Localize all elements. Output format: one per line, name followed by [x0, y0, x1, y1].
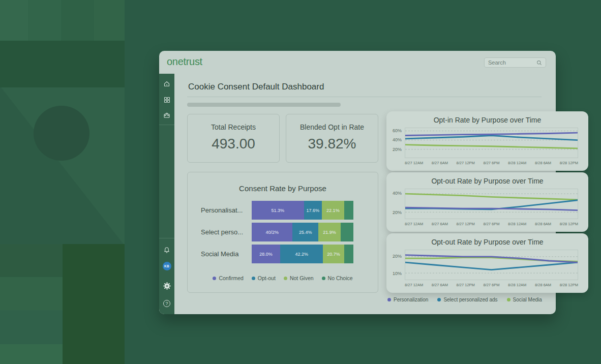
plot-area: 60%40%20%: [405, 128, 578, 158]
y-tick-label: 20%: [393, 210, 402, 215]
x-axis-labels: 8/27 12AM8/27 6AM8/27 12PM8/27 6PM8/28 1…: [405, 222, 578, 226]
chart-title: Opt-out Rate by Purpose over Time: [386, 177, 588, 185]
bell-icon: [163, 247, 170, 254]
bar-segment: 42.2%: [280, 245, 323, 263]
background-shape: [0, 344, 63, 364]
background-shape: [0, 41, 125, 87]
legend-dot: [322, 277, 325, 280]
plot-area: 20%10%: [405, 250, 578, 280]
opt-out-rate-chart-card-2: Opt-out Rate by Purpose over Time 20%10%…: [386, 233, 588, 293]
consent-row: Social Media28.0%42.2%20.7%: [201, 245, 353, 263]
line-chart-plot: [405, 189, 578, 219]
x-tick-label: 8/28 6AM: [535, 222, 551, 226]
legend-item: Social Media: [507, 297, 542, 302]
y-tick-label: 10%: [393, 271, 402, 276]
sidebar-item-apps[interactable]: [159, 93, 174, 107]
consent-row: Personalisat...51.3%17.6%22.1%: [201, 201, 353, 220]
bar-segment: 51.3%: [252, 201, 304, 220]
legend-dot: [284, 277, 287, 280]
onetrust-logo[interactable]: onetrust: [167, 56, 202, 68]
background-shape: [0, 244, 63, 277]
bar-segment: 20.7%: [323, 245, 344, 263]
gear-icon: [163, 282, 171, 290]
y-axis-ticks: 20%10%: [387, 250, 403, 280]
x-tick-label: 8/28 12PM: [560, 161, 578, 165]
x-tick-label: 8/27 12PM: [457, 222, 475, 226]
x-tick-label: 8/27 12AM: [405, 283, 423, 287]
help-icon: ?: [163, 300, 170, 307]
category-label: Personalisat...: [201, 206, 252, 214]
x-tick-label: 8/27 12AM: [405, 161, 423, 165]
bar-segment: [344, 201, 353, 220]
sidebar-item-avatar[interactable]: KB: [159, 259, 174, 273]
consent-legend: ConfirmedOpt-outNot GivenNo Choice: [188, 275, 378, 281]
background-shape: [61, 0, 94, 41]
stacked-bar: 51.3%17.6%22.1%: [252, 201, 353, 220]
bar-segment: [341, 223, 353, 241]
legend-dot: [213, 277, 216, 280]
bar-segment: 28.0%: [252, 245, 280, 263]
legend-item: Not Given: [284, 275, 314, 281]
sidebar-item-settings[interactable]: [159, 279, 174, 293]
consent-rate-chart-card: Consent Rate by Purpose Personalisat...5…: [187, 172, 378, 293]
series-line-social-media: [405, 194, 578, 200]
consent-row: Select perso...40/2%25.4%21.9%: [201, 223, 353, 241]
chart-title: Consent Rate by Purpose: [188, 184, 378, 193]
chart-title: Opt-out Rate by Purpose over Time: [386, 238, 588, 246]
series-line-social-media: [405, 145, 578, 148]
legend-item: Select personalized ads: [437, 297, 497, 302]
x-tick-label: 8/27 12AM: [405, 222, 423, 226]
series-line-personalization: [405, 133, 578, 135]
legend-dot: [437, 298, 441, 301]
x-tick-label: 8/28 12PM: [560, 283, 578, 287]
y-tick-label: 20%: [393, 147, 402, 152]
series-line-select-personalized-ads: [405, 136, 578, 140]
line-chart-canvas: [405, 250, 578, 280]
bar-segment: 17.6%: [304, 201, 322, 220]
chart-title: Opt-in Rate by Purpose over Time: [386, 116, 588, 124]
search-icon: [536, 60, 542, 66]
line-chart-plot: [405, 250, 578, 280]
legend-label: No Choice: [328, 275, 353, 281]
line-chart-plot: [405, 128, 578, 158]
bar-segment: 21.9%: [318, 223, 341, 241]
sidebar-item-notifications[interactable]: [159, 243, 174, 257]
title-divider: [187, 97, 542, 97]
line-chart-canvas: [405, 128, 578, 158]
sidebar-item-home[interactable]: [159, 77, 174, 91]
x-tick-label: 8/27 6PM: [483, 222, 499, 226]
line-chart-canvas: [405, 189, 578, 219]
x-tick-label: 8/28 12AM: [508, 222, 526, 226]
category-label: Select perso...: [201, 228, 252, 236]
skeleton-bar: [187, 103, 341, 107]
legend-label: Opt-out: [258, 275, 276, 281]
sidebar-item-projects[interactable]: [159, 108, 174, 123]
legend-label: Select personalized ads: [443, 297, 497, 302]
stat-label: Total Receipts: [188, 123, 279, 131]
x-tick-label: 8/27 6AM: [432, 283, 448, 287]
purpose-legend: PersonalizationSelect personalized adsSo…: [387, 297, 542, 302]
search-box[interactable]: [484, 57, 546, 68]
legend-item: No Choice: [322, 275, 353, 281]
plot-area: 40%20%: [405, 189, 578, 219]
bar-segment: 22.1%: [322, 201, 344, 220]
background-shape: [0, 277, 63, 310]
x-tick-label: 8/28 12AM: [508, 161, 526, 165]
sidebar-item-help[interactable]: ?: [159, 296, 174, 311]
user-avatar: KB: [163, 262, 171, 270]
x-axis-labels: 8/27 12AM8/27 6AM8/27 12PM8/27 6PM8/28 1…: [405, 161, 578, 165]
home-icon: [163, 80, 170, 87]
legend-label: Personalization: [394, 297, 428, 302]
y-tick-label: 40%: [393, 137, 402, 142]
page-title: Cookie Consent Default Dashboard: [188, 82, 324, 92]
stat-label: Blended Opt in Rate: [286, 123, 378, 131]
background-shape: [94, 0, 125, 41]
search-input[interactable]: [488, 59, 536, 66]
legend-label: Not Given: [290, 275, 314, 281]
x-tick-label: 8/27 12PM: [457, 161, 475, 165]
y-tick-label: 40%: [393, 191, 402, 196]
x-tick-label: 8/28 6AM: [535, 161, 551, 165]
apps-grid-icon: [164, 97, 170, 103]
x-tick-label: 8/27 6AM: [432, 222, 448, 226]
stacked-bar: 28.0%42.2%20.7%: [252, 245, 353, 263]
